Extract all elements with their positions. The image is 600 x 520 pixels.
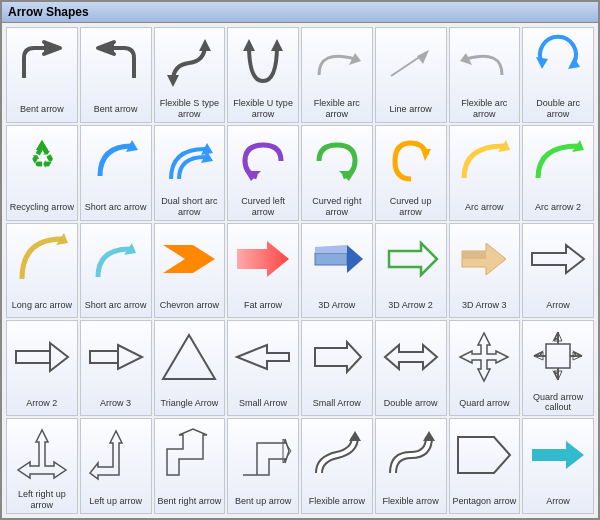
shape-small-arrow-2[interactable]: Small Arrow: [301, 320, 373, 416]
shape-label: Arrow: [546, 295, 570, 315]
shape-label: Flexible arrow: [309, 491, 365, 511]
shape-label: Triangle Arrow: [161, 393, 219, 413]
shape-arrow-filled[interactable]: Arrow: [522, 418, 594, 514]
shape-3d-arrow[interactable]: 3D Arrow: [301, 223, 373, 319]
shape-bent-arrow-2[interactable]: Bent arrow: [80, 27, 152, 123]
svg-rect-32: [16, 351, 50, 363]
shape-bent-up[interactable]: Bent up arrow: [227, 418, 299, 514]
shape-quard-arrow-callout[interactable]: Quard arrow callout: [522, 320, 594, 416]
shape-label: Short arc arrow: [85, 198, 147, 218]
svg-marker-24: [237, 241, 289, 277]
svg-marker-26: [347, 245, 363, 273]
shape-label: Arc arrow: [465, 198, 504, 218]
shape-curved-up[interactable]: Curved up arrow: [375, 125, 447, 221]
svg-marker-41: [460, 333, 508, 381]
shape-arrow-3[interactable]: Arrow 3: [80, 320, 152, 416]
svg-marker-10: [568, 57, 580, 69]
svg-rect-42: [546, 344, 570, 368]
svg-marker-2: [199, 39, 211, 51]
shape-triangle-arrow[interactable]: Triangle Arrow: [154, 320, 226, 416]
shape-label: Arrow 2: [26, 393, 57, 413]
arrow-shapes-window: Arrow Shapes Bent arrow Bent arrow: [0, 0, 600, 520]
svg-marker-36: [163, 335, 215, 379]
svg-marker-4: [243, 39, 255, 51]
shape-label: Arrow 3: [100, 393, 131, 413]
shape-chevron[interactable]: Chevron arrow: [154, 223, 226, 319]
shape-line-arrow[interactable]: Line arrow: [375, 27, 447, 123]
shape-label: Long arc arrow: [12, 295, 72, 315]
shape-label: Flexible arc arrow: [452, 98, 518, 120]
shape-curved-left[interactable]: Curved left arrow: [227, 125, 299, 221]
shape-3d-arrow-2[interactable]: 3D Arrow 2: [375, 223, 447, 319]
svg-marker-28: [389, 243, 437, 275]
shape-curved-right[interactable]: Curved right arrow: [301, 125, 373, 221]
shapes-grid: Bent arrow Bent arrow Flexible S type ar…: [2, 23, 598, 518]
svg-marker-30: [462, 251, 486, 259]
shape-label: Recycling arrow: [10, 198, 74, 218]
shape-flexible-u[interactable]: Flexible U type arrow: [227, 27, 299, 123]
shape-label: Bent right arrow: [158, 491, 222, 511]
shape-label: Curved left arrow: [230, 196, 296, 218]
shape-label: Flexible S type arrow: [157, 98, 223, 120]
shape-long-arc[interactable]: Long arc arrow: [6, 223, 78, 319]
shape-arrow-1[interactable]: Arrow: [522, 223, 594, 319]
shape-arc-arrow-2[interactable]: Arc arrow 2: [522, 125, 594, 221]
window-title: Arrow Shapes: [8, 5, 89, 19]
svg-marker-56: [90, 431, 122, 479]
svg-marker-17: [339, 171, 355, 181]
shape-label: Curved right arrow: [304, 196, 370, 218]
svg-text:♻: ♻: [29, 143, 54, 174]
shape-label: Arrow: [546, 491, 570, 511]
shape-label: 3D Arrow: [318, 295, 355, 315]
shape-double-arrow[interactable]: Double arrow: [375, 320, 447, 416]
shape-flexible-arc-2[interactable]: Flexible arc arrow: [449, 27, 521, 123]
shape-label: Left right up arrow: [9, 489, 75, 511]
shape-bent-arrow-1[interactable]: Bent arrow: [6, 27, 78, 123]
shape-pentagon-arrow[interactable]: Pentagon arrow: [449, 418, 521, 514]
shape-left-right-up[interactable]: Left right up arrow: [6, 418, 78, 514]
svg-marker-31: [532, 245, 584, 273]
shape-label: Quard arrow callout: [525, 392, 591, 414]
svg-marker-58: [243, 439, 289, 475]
shape-label: Curved up arrow: [378, 196, 444, 218]
shape-label: Dual short arc arrow: [157, 196, 223, 218]
svg-marker-61: [423, 431, 435, 441]
svg-marker-62: [458, 437, 510, 473]
svg-marker-27: [315, 245, 347, 253]
shape-arc-arrow[interactable]: Arc arrow: [449, 125, 521, 221]
shape-label: Arc arrow 2: [535, 198, 581, 218]
svg-rect-34: [90, 351, 118, 363]
shape-flexible-arrow-1[interactable]: Flexible arrow: [301, 418, 373, 514]
shape-flexible-s[interactable]: Flexible S type arrow: [154, 27, 226, 123]
shape-small-arrow-1[interactable]: Small Arrow: [227, 320, 299, 416]
svg-marker-57: [167, 429, 207, 475]
shape-label: Short arc arrow: [85, 295, 147, 315]
shape-label: 3D Arrow 2: [388, 295, 433, 315]
shape-label: 3D Arrow 3: [462, 295, 507, 315]
shape-recycling[interactable]: ♻ Recycling arrow: [6, 125, 78, 221]
shape-double-arc[interactable]: Double arc arrow: [522, 27, 594, 123]
svg-marker-60: [349, 431, 361, 441]
shape-flexible-arc-1[interactable]: Flexible arc arrow: [301, 27, 373, 123]
shape-short-arc-2[interactable]: Short arc arrow: [80, 223, 152, 319]
shape-bent-right[interactable]: Bent right arrow: [154, 418, 226, 514]
shape-quard-arrow[interactable]: Quard arrow: [449, 320, 521, 416]
svg-marker-23: [163, 245, 215, 273]
shape-label: Quard arrow: [459, 393, 509, 413]
svg-marker-11: [536, 57, 548, 69]
shape-flexible-arrow-2[interactable]: Flexible arrow: [375, 418, 447, 514]
shape-fat-arrow[interactable]: Fat arrow: [227, 223, 299, 319]
shape-short-arc-1[interactable]: Short arc arrow: [80, 125, 152, 221]
svg-marker-55: [18, 430, 66, 478]
svg-marker-37: [237, 345, 289, 369]
shape-left-up[interactable]: Left up arrow: [80, 418, 152, 514]
shape-label: Small Arrow: [313, 393, 361, 413]
shape-label: Pentagon arrow: [453, 491, 517, 511]
shape-arrow-2[interactable]: Arrow 2: [6, 320, 78, 416]
svg-marker-40: [385, 345, 437, 369]
svg-marker-5: [271, 39, 283, 51]
shape-label: Bent arrow: [94, 100, 138, 120]
svg-marker-18: [421, 149, 431, 161]
shape-3d-arrow-3[interactable]: 3D Arrow 3: [449, 223, 521, 319]
shape-dual-short-arc[interactable]: Dual short arc arrow: [154, 125, 226, 221]
